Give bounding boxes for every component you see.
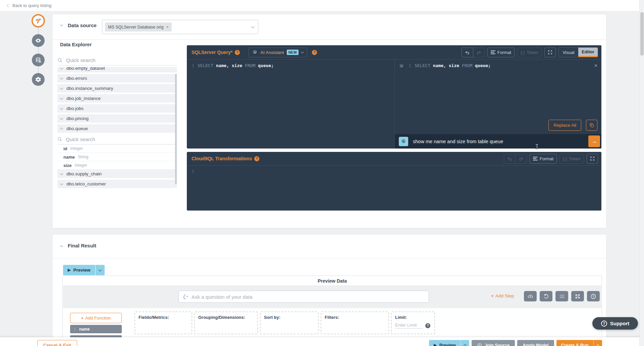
collapse-final-result-icon[interactable] [60,245,63,249]
add-function-button[interactable]: + Add Function [70,313,122,323]
footer-preview-button[interactable]: ▶ Preview [429,340,461,346]
clause-label: Fields/Metrics: [139,315,188,320]
apply-model-button[interactable]: Apply Model [517,340,554,346]
query-builder-strip: + Add Step [63,285,602,308]
ai-assistant-button[interactable]: AI Assistant NEW [249,48,307,57]
table-row[interactable]: dbo.jobs [57,104,177,113]
create-run-label: Create & Run [561,343,589,346]
explorer-search-input[interactable] [66,57,147,63]
ai-chat-icon [399,137,408,146]
datasource-select[interactable]: MS SQLServer Database orig × [102,20,258,34]
field-row[interactable]: nameString [57,153,177,161]
cloud9ql-help-icon[interactable]: ? [254,156,259,161]
data-explorer-title: Data Explorer [60,42,92,47]
table-field-search-input[interactable] [66,136,146,142]
table-row[interactable]: dbo.errors [57,74,177,82]
table-row[interactable]: dbo.pricing [57,114,177,123]
ai-prompt-input[interactable]: show me name and size from table queue [413,139,503,144]
list-scrollbar[interactable] [175,74,177,184]
create-run-dropdown[interactable] [593,340,602,346]
preview-button[interactable]: ▶ Preview [63,265,95,275]
limit-input[interactable] [395,323,423,329]
download-button[interactable] [524,291,537,301]
replace-all-button[interactable]: Replace All [548,120,581,131]
table-row[interactable]: dbo.queue [57,124,177,133]
cloud9ql-editor[interactable]: 1 [187,165,601,174]
join-source-button[interactable]: Join Source [472,340,515,346]
footer-preview-dropdown[interactable] [461,340,469,346]
sql-editor[interactable]: 1 SELECT name, size FROM queue; [187,59,394,149]
back-to-query-listing-link[interactable]: Back to query listing [7,3,51,8]
clause-label: Sort by: [264,315,315,320]
field-chip-label: name [79,327,90,332]
send-icon[interactable]: → [588,135,600,147]
format-button[interactable]: Format [530,154,557,164]
step-connector [38,27,39,34]
field-type: Integer [75,163,87,168]
sqlserver-query-panel: SQLServer Query* ? AI Assistant NEW ? [187,45,601,149]
table-row[interactable]: dbo.instance_summary [57,84,177,93]
collapse-datasource-icon[interactable] [60,23,63,26]
token-button[interactable]: {:} Token [559,154,584,164]
token-button[interactable]: {:} Token [517,48,542,57]
fullscreen-button[interactable] [587,154,598,164]
ask-question-input[interactable] [192,294,425,300]
step-settings[interactable] [32,73,45,86]
undo-button[interactable] [462,48,473,57]
table-row[interactable]: dbo.supply_chain [57,170,177,178]
eye-icon [35,37,42,44]
cloud9ql-toolbar: Format {:} Token [504,154,598,164]
cloud9ql-header: Cloud9QL Transformations ? Format [187,152,601,165]
field-chip-name[interactable]: ⋮ name [70,325,122,333]
step-preview[interactable] [32,34,45,47]
join-source-label: Join Source [485,343,509,346]
close-icon[interactable]: × [594,63,597,68]
expand-button[interactable] [571,291,584,301]
table-name: dbo.supply_chain [66,171,102,176]
support-label: Support [610,321,630,326]
chevron-down-icon [60,86,63,90]
editor-tab[interactable]: Editor [578,48,598,57]
preview-data-title: Preview Data [63,276,602,284]
table-row[interactable]: dbo.job_instance [57,94,177,103]
query-help-icon[interactable]: ? [235,50,240,55]
query-panel-header: SQLServer Query* ? AI Assistant NEW ? [187,45,601,59]
format-button[interactable]: Format [487,48,515,57]
table-row[interactable]: dbo.telco_customer [57,180,177,188]
reset-button[interactable] [540,291,552,301]
preview-dropdown-button[interactable] [95,265,105,275]
back-link-label: Back to query listing [12,3,51,8]
clause-box[interactable]: Sort by: [260,311,319,334]
chart-button[interactable] [555,291,568,301]
help-button[interactable]: ? [587,291,600,301]
remove-datasource-icon[interactable]: × [166,24,169,30]
cancel-exit-button[interactable]: Cancel & Exit [37,340,77,346]
footer-actions: ▶ Preview Join Source Apply Model Create… [429,340,602,346]
clause-box[interactable]: Limit:? [391,311,435,334]
ai-help-icon[interactable]: ? [312,50,317,55]
create-run-button[interactable]: Create & Run [556,340,593,346]
step-data-settings[interactable] [32,54,45,66]
limit-help-icon[interactable]: ? [425,323,430,328]
visual-tab[interactable]: Visual [559,48,578,57]
field-row[interactable]: sizeInteger [57,161,177,170]
divider [53,258,606,258]
undo-button[interactable] [504,154,516,164]
page-scrollbar[interactable] [639,0,644,346]
table-row[interactable]: dbo.empty_dataset [57,67,177,72]
clause-box[interactable]: Grouping/Dimensions: [194,311,258,334]
scrollbar-thumb[interactable] [640,12,644,56]
copy-button[interactable] [586,120,597,131]
support-button[interactable]: ? Support [592,317,638,330]
fullscreen-button[interactable] [544,48,556,57]
table-name: dbo.empty_dataset [66,67,105,71]
redo-button[interactable] [473,48,485,57]
table-name: dbo.job_instance [66,96,101,101]
field-row[interactable]: idInteger [57,145,177,153]
step-datasource[interactable] [32,14,45,27]
redo-button[interactable] [516,154,527,164]
clause-box[interactable]: Fields/Metrics: [135,311,192,334]
explorer-table-list: dbo.empty_datasetdbo.errorsdbo.instance_… [57,67,177,209]
add-step-button[interactable]: + Add Step [491,293,514,298]
clause-box[interactable]: Filters: [321,311,389,334]
